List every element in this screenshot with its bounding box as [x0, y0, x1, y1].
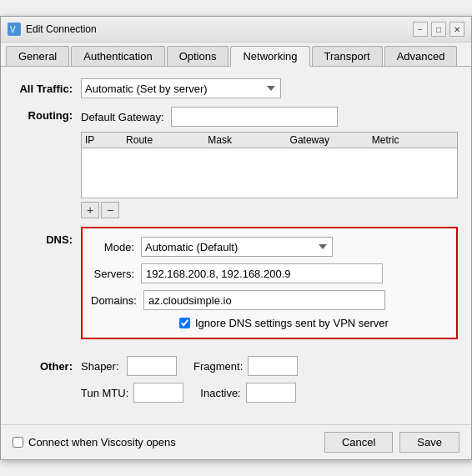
dns-section-label: DNS: — [14, 227, 81, 246]
other-label: Other: — [14, 360, 81, 373]
fragment-pair: Fragment: — [193, 356, 298, 376]
dns-servers-row: Servers: — [91, 263, 448, 283]
inactive-pair: Inactive: — [200, 383, 295, 403]
all-traffic-row: All Traffic: Automatic (Set by server) — [14, 78, 458, 98]
edit-connection-window: V Edit Connection − □ ✕ General Authenti… — [0, 16, 472, 460]
tab-transport[interactable]: Transport — [312, 46, 383, 66]
shaper-input[interactable] — [127, 356, 177, 376]
title-buttons: − □ ✕ — [413, 22, 464, 37]
close-button[interactable]: ✕ — [449, 22, 464, 37]
inactive-label: Inactive: — [200, 387, 245, 399]
default-gateway-input[interactable] — [171, 107, 338, 127]
app-icon: V — [8, 23, 21, 36]
maximize-button[interactable]: □ — [431, 22, 446, 37]
col-route: Route — [126, 134, 208, 146]
dns-section: Mode: Automatic (Default) Servers: Domai… — [81, 227, 458, 339]
remove-route-button[interactable]: − — [101, 202, 119, 218]
bottom-left: Connect when Viscosity opens — [13, 436, 176, 448]
routing-section: Routing: Default Gateway: IP Route Mask … — [14, 107, 458, 218]
col-mask: Mask — [208, 134, 289, 146]
tab-advanced[interactable]: Advanced — [384, 46, 458, 66]
table-buttons: + − — [81, 202, 458, 218]
bottom-bar: Connect when Viscosity opens Cancel Save — [1, 424, 471, 459]
tun-mtu-label: Tun MTU: — [81, 387, 133, 399]
minimize-button[interactable]: − — [413, 22, 428, 37]
dns-mode-label: Mode: — [91, 241, 141, 253]
bottom-buttons: Cancel Save — [324, 432, 459, 453]
tun-mtu-row: Tun MTU: Inactive: — [14, 383, 458, 403]
dns-mode-select[interactable]: Automatic (Default) — [141, 237, 333, 257]
dns-checkbox-row: Ignore DNS settings sent by VPN server — [91, 317, 448, 329]
fragment-label: Fragment: — [193, 360, 248, 373]
tab-general[interactable]: General — [6, 46, 69, 66]
ignore-dns-checkbox[interactable] — [179, 318, 190, 328]
connect-on-open-checkbox[interactable] — [13, 437, 23, 448]
tun-mtu-input[interactable] — [133, 383, 183, 403]
window-title: Edit Connection — [26, 23, 97, 35]
tab-bar: General Authentication Options Networkin… — [1, 43, 471, 67]
dns-mode-row: Mode: Automatic (Default) — [91, 237, 448, 257]
routing-label: Routing: — [14, 107, 81, 218]
save-button[interactable]: Save — [399, 432, 459, 453]
default-gateway-label: Default Gateway: — [81, 111, 171, 123]
col-metric: Metric — [372, 134, 454, 146]
other-section: Other: Shaper: Fragment: Tun MTU: Inacti… — [14, 356, 458, 403]
inactive-input[interactable] — [246, 383, 296, 403]
shaper-row: Other: Shaper: Fragment: — [14, 356, 458, 376]
title-bar-left: V Edit Connection — [8, 23, 97, 36]
default-gateway-row: Default Gateway: — [81, 107, 458, 127]
dns-outer-row: DNS: Mode: Automatic (Default) Servers: … — [14, 227, 458, 348]
tab-authentication[interactable]: Authentication — [71, 46, 164, 66]
routing-table-header: IP Route Mask Gateway Metric — [82, 133, 457, 148]
fragment-input[interactable] — [248, 356, 298, 376]
title-bar: V Edit Connection − □ ✕ — [1, 17, 471, 43]
ignore-dns-label: Ignore DNS settings sent by VPN server — [195, 317, 389, 329]
connect-on-open-label: Connect when Viscosity opens — [28, 436, 176, 448]
dns-domains-label: Domains: — [91, 294, 143, 307]
content-area: All Traffic: Automatic (Set by server) R… — [1, 67, 471, 424]
routing-table: IP Route Mask Gateway Metric — [81, 132, 458, 198]
tab-networking[interactable]: Networking — [230, 46, 309, 67]
col-ip: IP — [85, 134, 126, 146]
shaper-label: Shaper: — [81, 360, 127, 373]
dns-servers-label: Servers: — [91, 268, 141, 280]
tab-options[interactable]: Options — [167, 46, 229, 66]
dns-domains-input[interactable] — [143, 290, 385, 310]
all-traffic-label: All Traffic: — [14, 83, 81, 95]
dns-domains-row: Domains: — [91, 290, 448, 310]
cancel-button[interactable]: Cancel — [324, 432, 393, 453]
col-gateway: Gateway — [290, 134, 372, 146]
add-route-button[interactable]: + — [81, 202, 99, 218]
all-traffic-select[interactable]: Automatic (Set by server) — [81, 78, 281, 98]
dns-servers-input[interactable] — [141, 263, 383, 283]
svg-text:V: V — [10, 25, 16, 34]
routing-right: Default Gateway: IP Route Mask Gateway M… — [81, 107, 458, 218]
